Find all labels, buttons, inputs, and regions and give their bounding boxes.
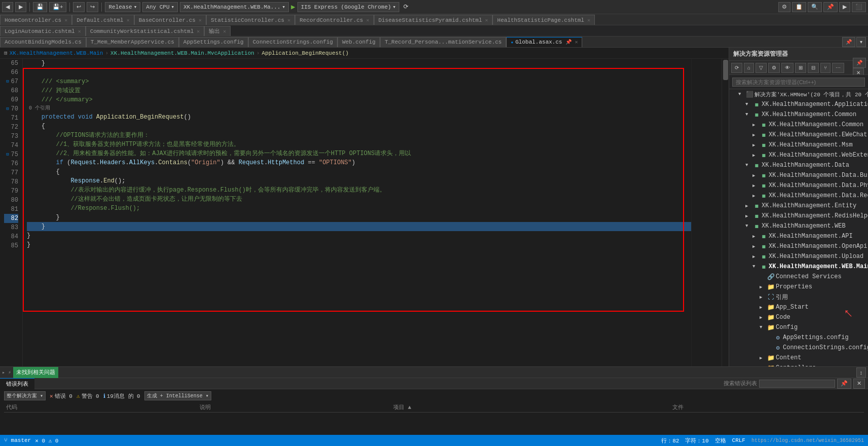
tab-bar-more[interactable]: ▾ <box>856 37 866 47</box>
tree-solution[interactable]: ▼ ⬛ 解决方案'XK.HMNew'(20 个项目，共 20 个) <box>729 89 868 99</box>
toolbar-icon5[interactable]: ▶ <box>839 2 850 12</box>
tab-healthstat[interactable]: HealthStatisticPage.cshtml✕ <box>493 15 595 25</box>
tree-config[interactable]: ▼ 📁 Config <box>729 322 868 332</box>
close-tab-login[interactable]: ✕ <box>78 28 81 34</box>
undo-btn[interactable]: ↩ <box>73 2 85 12</box>
tree-recordbusiness[interactable]: ▶ ◼ XK.HealthManagement.Data.RecordBusin… <box>729 191 868 201</box>
tab-basecontroller[interactable]: BaseController.cs✕ <box>134 15 206 25</box>
tab-tmem[interactable]: T_Mem_MemberAppService.cs <box>86 37 179 47</box>
tab-homecontroller[interactable]: HomeController.cs✕ <box>0 15 72 25</box>
tab-errorlist[interactable]: 错误列表 <box>0 378 34 389</box>
warning-count[interactable]: ⚠ 警告 0 <box>77 392 99 400</box>
scope-dropdown[interactable]: 整个解决方案 ▾ <box>4 391 46 400</box>
tree-data[interactable]: ▼ ◼ XK.HealthManagement.Data <box>729 160 868 170</box>
se-preview-btn[interactable]: 👁 <box>781 63 794 73</box>
se-settings-btn[interactable]: ⚙ <box>768 63 780 73</box>
close-tab-community[interactable]: ✕ <box>197 28 200 34</box>
status-spaces: 空格 <box>715 437 726 444</box>
tree-physicalbusiness[interactable]: ▶ ◼ XK.HealthManagement.Data.PhysicalBus… <box>729 180 868 191</box>
tab-statisticcontroller[interactable]: StatisticController.cs✕ <box>206 15 295 25</box>
save-all-btn[interactable]: 💾+ <box>49 2 66 12</box>
tab-loginauto[interactable]: LoginAutomatic.cshtml✕ <box>0 26 86 36</box>
tab-appsettings[interactable]: AppSettings.config <box>179 37 248 47</box>
close-tab-disease[interactable]: ✕ <box>485 17 488 23</box>
close-tab-output[interactable]: ✕ <box>223 28 226 34</box>
tree-properties[interactable]: ▶ 📁 Properties <box>729 282 868 292</box>
tree-connstrings-file[interactable]: ⚙ ConnectionStrings.config <box>729 343 868 353</box>
bottom-close-btn[interactable]: ✕ <box>853 379 865 389</box>
redo-btn[interactable]: ↪ <box>87 2 98 12</box>
close-tab-global[interactable]: ✕ <box>575 39 578 45</box>
toolbar-icon3[interactable]: 🔍 <box>808 2 822 12</box>
toolbar-icon1[interactable]: ⚙ <box>778 2 790 12</box>
close-tab-record[interactable]: ✕ <box>366 17 369 23</box>
close-tab-default[interactable]: ✕ <box>127 17 130 23</box>
project-dropdown[interactable]: XK.HealthManagement.WEB.Ma... ▾ <box>180 2 289 12</box>
se-git-btn[interactable]: ⑂ <box>820 63 831 73</box>
play-button[interactable]: ▶ <box>291 3 295 11</box>
bottom-pin-btn[interactable]: 📌 <box>837 379 851 389</box>
toolbar-icon6[interactable]: ⬛ <box>852 2 866 12</box>
tab-diseasestats[interactable]: DiseaseStatisticsPyramid.cshtml✕ <box>374 15 493 25</box>
branch-dropdown[interactable]: Release ▾ <box>105 2 140 12</box>
tab-accountbinding[interactable]: AccountBindingModels.cs <box>0 37 86 47</box>
bottom-sort-btn[interactable]: ↕ <box>856 367 866 378</box>
tree-webext[interactable]: ▶ ◼ XK.HealthManagement.WebExtensions <box>729 150 868 160</box>
toolbar-icon4[interactable]: 📌 <box>823 2 838 12</box>
tree-webmain[interactable]: ▼ ◼ XK.HealthManagement.WEB.Main <box>729 262 868 272</box>
editor-scrollbar[interactable] <box>722 59 729 366</box>
tree-ref[interactable]: ▶ ⛶ 引用 <box>729 292 868 302</box>
tree-upload[interactable]: ▶ ◼ XK.HealthManagement.Upload <box>729 251 868 262</box>
forward-btn[interactable]: ▶ <box>15 2 26 12</box>
ln-84: 84 <box>4 232 18 241</box>
tab-globalasax[interactable]: ● Global.asax.cs 📌 ✕ <box>506 37 582 47</box>
tree-common[interactable]: ▶ ◼ XK.HealthManagement.Common <box>729 120 868 130</box>
se-expand-btn[interactable]: ⊞ <box>795 63 806 73</box>
tree-openapi[interactable]: ▶ ◼ XK.HealthManagement.OpenApi <box>729 241 868 251</box>
tree-common-root[interactable]: ▼ ◼ XK.HealthManagement.Common <box>729 109 868 120</box>
message-count[interactable]: ℹ 19消息 的 0 <box>103 392 140 400</box>
tab-trecord[interactable]: T_Record_Persona...mationService.cs <box>380 37 506 47</box>
tree-appsettings-file[interactable]: ⚙ AppSettings.config <box>729 332 868 343</box>
tree-controllers[interactable]: ▶ 📁 Controllers <box>729 363 868 366</box>
se-home-btn[interactable]: ⌂ <box>744 63 754 73</box>
tree-ewechat[interactable]: ▶ ◼ XK.HealthManagement.EWeChat <box>729 130 868 140</box>
back-btn[interactable]: ◀ <box>2 2 13 12</box>
se-pin-btn[interactable]: 📌 <box>853 58 866 68</box>
close-tab-health[interactable]: ✕ <box>587 17 590 23</box>
tab-webconfig[interactable]: Web.config <box>337 37 380 47</box>
error-count[interactable]: ✕ 错误 0 <box>50 392 72 400</box>
tree-redis[interactable]: ▶ ◼ XK.HealthManagement.RedisHelper <box>729 211 868 221</box>
server-dropdown[interactable]: IIS Express (Google Chrome) ▾ <box>297 2 400 12</box>
tab-output[interactable]: 输出✕ <box>204 26 231 36</box>
se-collapse-btn[interactable]: ⊟ <box>808 63 819 73</box>
tree-api[interactable]: ▶ ◼ XK.HealthManagement.API <box>729 231 868 241</box>
search-errors-input[interactable] <box>759 380 835 388</box>
platform-dropdown[interactable]: Any CPU ▾ <box>142 2 178 12</box>
se-more-btn[interactable]: ⋯ <box>832 63 844 73</box>
close-tab-base[interactable]: ✕ <box>199 17 202 23</box>
save-btn[interactable]: 💾 <box>33 2 47 12</box>
toolbar-icon2[interactable]: 📋 <box>792 2 806 12</box>
build-filter-dropdown[interactable]: 生成 + IntelliSense ▾ <box>144 391 211 400</box>
solution-explorer-search-input[interactable] <box>732 78 865 87</box>
tab-bar-pin[interactable]: 📌 <box>842 37 855 47</box>
close-tab-homecontroller[interactable]: ✕ <box>64 17 67 23</box>
tab-communitywork[interactable]: CommunityWorkStatistical.cshtml✕ <box>86 26 205 36</box>
tree-businesslogic[interactable]: ▶ ◼ XK.HealthManagement.Data.BusinessLog… <box>729 170 868 180</box>
scrollbar-thumb[interactable] <box>723 60 728 80</box>
se-sync-btn[interactable]: ⟳ <box>731 63 742 73</box>
tree-content[interactable]: ▶ 📁 Content <box>729 353 868 363</box>
tab-connstrings[interactable]: ConnectionStrings.config <box>248 37 337 47</box>
tree-connected-services[interactable]: 🔗 Connected Services <box>729 272 868 282</box>
tab-recordcontroller[interactable]: RecordController.cs✕ <box>295 15 373 25</box>
refresh-btn[interactable]: ⟳ <box>403 3 408 11</box>
tree-web-root[interactable]: ▼ ◼ XK.HealthManagement.WEB <box>729 221 868 231</box>
tree-app[interactable]: ▼ ◼ XK.HealthManagement.Application <box>729 99 868 109</box>
se-filter-btn[interactable]: ▽ <box>756 63 767 73</box>
tree-msm[interactable]: ▶ ◼ XK.HealthManagement.Msm <box>729 140 868 150</box>
close-tab-statistic[interactable]: ✕ <box>287 17 290 23</box>
code-area[interactable]: } /// <summary> /// 跨域设置 /// </summary> <box>23 59 691 366</box>
tab-default-cshtml[interactable]: Default.cshtml✕ <box>72 15 134 25</box>
tree-entity[interactable]: ▶ ◼ XK.HealthManagement.Entity <box>729 201 868 211</box>
